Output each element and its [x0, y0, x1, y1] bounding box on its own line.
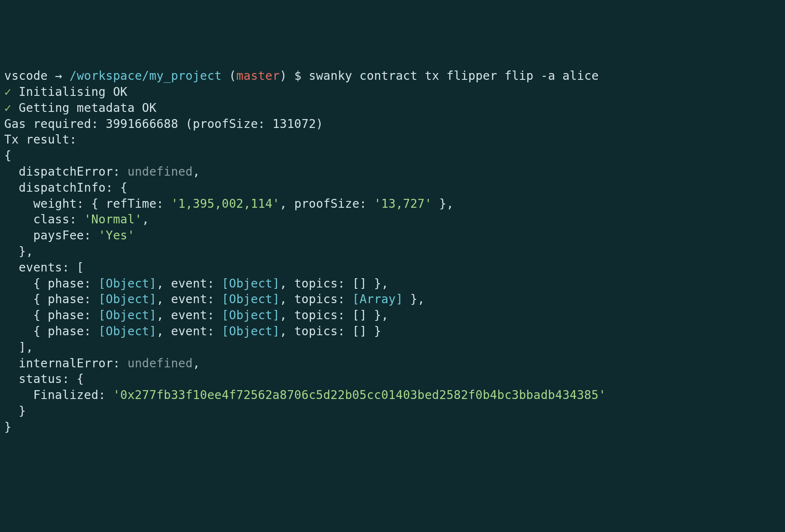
- empty-array: []: [352, 308, 367, 322]
- init-status: Initialising OK: [19, 85, 127, 99]
- event-key: event:: [171, 324, 215, 338]
- prompt-dollar: $: [294, 69, 301, 83]
- status-line-metadata: ✓ Getting metadata OK: [4, 101, 156, 115]
- gas-line: Gas required: 3991666688 (proofSize: 131…: [4, 117, 323, 131]
- dispatch-error-key: dispatchError:: [19, 165, 120, 179]
- brace-open: {: [4, 149, 11, 163]
- weight-key: weight:: [33, 197, 84, 211]
- object-ref: [Object]: [222, 308, 280, 322]
- finalized-key: Finalized:: [33, 388, 106, 402]
- check-icon: ✓: [4, 101, 11, 115]
- command-text: swanky contract tx flipper flip -a alice: [309, 69, 599, 83]
- dispatch-error-val: undefined: [128, 165, 193, 179]
- phase-key: phase:: [48, 277, 91, 290]
- prompt-line: vscode → /workspace/my_project (master) …: [4, 69, 599, 83]
- topics-key: topics:: [294, 292, 345, 306]
- events-key: events:: [19, 261, 69, 274]
- paysfee-val: 'Yes': [98, 228, 135, 242]
- phase-key: phase:: [48, 308, 91, 322]
- object-ref: [Object]: [222, 277, 280, 290]
- prompt-user: vscode: [4, 69, 48, 83]
- object-ref: [Object]: [98, 277, 156, 290]
- class-val: 'Normal': [84, 212, 142, 226]
- git-branch: master: [236, 69, 280, 83]
- object-ref: [Object]: [222, 324, 280, 338]
- tx-result-label: Tx result:: [4, 133, 77, 147]
- dispatch-info-key: dispatchInfo:: [19, 181, 113, 195]
- topics-key: topics:: [294, 277, 345, 290]
- proofsize-val: '13,727': [374, 197, 432, 211]
- gas-label: Gas required:: [4, 117, 98, 131]
- class-key: class:: [33, 212, 77, 226]
- event-key: event:: [171, 308, 215, 322]
- proof-label: proofSize:: [193, 117, 265, 131]
- brace-close: }: [4, 420, 11, 434]
- check-icon: ✓: [4, 85, 11, 99]
- topics-key: topics:: [294, 324, 345, 338]
- terminal-output[interactable]: vscode → /workspace/my_project (master) …: [4, 68, 781, 435]
- internal-error-val: undefined: [128, 356, 193, 370]
- object-ref: [Object]: [222, 292, 280, 306]
- event-key: event:: [171, 292, 215, 306]
- paysfee-key: paysFee:: [33, 228, 91, 242]
- array-ref: [Array]: [352, 292, 403, 306]
- status-key: status:: [19, 372, 69, 386]
- object-ref: [Object]: [98, 292, 156, 306]
- finalized-val: '0x277fb33f10ee4f72562a8706c5d22b05cc014…: [113, 388, 606, 402]
- prompt-path: /workspace/my_project: [69, 69, 221, 83]
- proof-value: 131072: [273, 117, 316, 131]
- prompt-arrow-icon: →: [55, 69, 62, 83]
- topics-key: topics:: [294, 308, 345, 322]
- phase-key: phase:: [48, 324, 91, 338]
- empty-array: []: [352, 277, 367, 290]
- reftime-key: refTime:: [106, 197, 164, 211]
- proofsize-key: proofSize:: [294, 197, 367, 211]
- status-line-init: ✓ Initialising OK: [4, 85, 128, 99]
- event-key: event:: [171, 277, 215, 290]
- metadata-status: Getting metadata OK: [19, 101, 156, 115]
- phase-key: phase:: [48, 292, 91, 306]
- object-ref: [Object]: [98, 308, 156, 322]
- object-ref: [Object]: [98, 324, 156, 338]
- gas-value: 3991666688: [106, 117, 178, 131]
- empty-array: []: [352, 324, 367, 338]
- reftime-val: '1,395,002,114': [171, 197, 280, 211]
- internal-error-key: internalError:: [19, 356, 120, 370]
